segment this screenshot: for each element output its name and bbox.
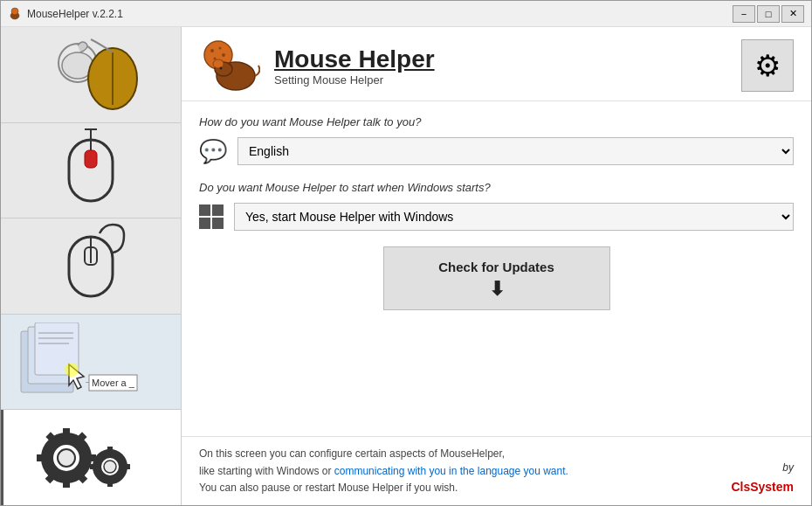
content-header: Mouse Helper Setting Mouse Helper ⚙: [182, 27, 811, 101]
title-text: MouseHelper v.2.2.1: [27, 8, 123, 20]
svg-point-44: [222, 53, 225, 57]
footer-text: On this screen you can configure certain…: [199, 446, 568, 496]
mouse-click-icon: [56, 123, 126, 218]
app-icon: [8, 7, 22, 21]
settings-icon: [36, 419, 149, 497]
app-subtitle: Setting Mouse Helper: [274, 73, 435, 87]
main-content: → Mover a _: [1, 27, 811, 505]
title-bar: MouseHelper v.2.2.1 − □ ✕: [1, 1, 811, 27]
svg-point-26: [58, 449, 75, 467]
title-bar-left: MouseHelper v.2.2.1: [8, 7, 123, 21]
svg-point-43: [219, 47, 222, 50]
footer-by: by: [782, 461, 794, 474]
download-icon: ⬇: [384, 278, 609, 301]
svg-point-42: [210, 49, 214, 52]
close-button[interactable]: ✕: [781, 5, 804, 23]
sidebar-item-mouse-scroll[interactable]: [1, 218, 181, 315]
startup-label: Do you want Mouse Helper to start when W…: [199, 181, 794, 194]
title-buttons: − □ ✕: [733, 5, 804, 23]
svg-rect-39: [122, 464, 130, 469]
app-window: MouseHelper v.2.2.1 − □ ✕: [0, 0, 812, 506]
footer-line2-pre: like starting with Windows or: [199, 465, 334, 477]
sidebar: → Mover a _: [1, 27, 182, 505]
svg-rect-40: [90, 464, 98, 469]
footer-brand: by ClsSystem: [731, 460, 794, 496]
sidebar-item-mouse-hand[interactable]: [1, 27, 181, 123]
app-title: Mouse Helper: [274, 45, 435, 73]
maximize-button[interactable]: □: [757, 5, 780, 23]
svg-point-1: [11, 8, 18, 15]
windows-icon: [199, 204, 224, 229]
footer-line3: You can also pause or restart Mouse Help…: [199, 482, 458, 494]
check-updates-button[interactable]: Check for Updates ⬇: [383, 246, 610, 310]
svg-point-21: [65, 363, 79, 377]
mouse-scroll-icon: [56, 218, 126, 314]
footer-cls: ClsSystem: [731, 480, 794, 494]
content-footer: On this screen you can configure certain…: [182, 436, 811, 505]
mouse-move-icon: → Mover a _: [12, 322, 169, 401]
speech-bubble-icon: 💬: [199, 138, 227, 165]
check-updates-label: Check for Updates: [438, 260, 554, 274]
svg-rect-28: [63, 477, 70, 488]
header-text: Mouse Helper Setting Mouse Helper: [274, 45, 435, 87]
svg-rect-37: [107, 447, 113, 454]
language-label: How do you want Mouse Helper talk to you…: [199, 115, 794, 128]
svg-point-36: [104, 461, 116, 473]
svg-rect-27: [63, 428, 70, 439]
language-row: 💬 English Spanish French German Portugue…: [199, 137, 794, 165]
startup-row: Yes, start Mouse Helper with Windows No,…: [199, 203, 794, 231]
sidebar-item-settings[interactable]: [1, 410, 181, 505]
svg-rect-38: [107, 479, 113, 487]
content-area: Mouse Helper Setting Mouse Helper ⚙ How …: [182, 27, 811, 505]
svg-text:Mover a _: Mover a _: [92, 378, 135, 388]
content-body: How do you want Mouse Helper talk to you…: [182, 101, 811, 436]
svg-rect-30: [37, 454, 47, 461]
settings-top-button[interactable]: ⚙: [741, 39, 794, 92]
mouse-hand-icon: [30, 35, 152, 114]
svg-rect-8: [85, 150, 97, 168]
footer-line1: On this screen you can configure certain…: [199, 447, 505, 460]
svg-point-50: [220, 67, 223, 70]
language-select[interactable]: English Spanish French German Portuguese: [237, 137, 794, 165]
sidebar-item-mouse-click[interactable]: [1, 123, 181, 219]
gear-icon-top: ⚙: [754, 48, 781, 83]
header-mouse-icon: [199, 39, 260, 92]
svg-point-45: [214, 58, 217, 60]
sidebar-item-mouse-move[interactable]: → Mover a _: [1, 315, 181, 411]
startup-select[interactable]: Yes, start Mouse Helper with Windows No,…: [234, 203, 794, 231]
footer-link[interactable]: communicating with you in the language y…: [334, 465, 568, 477]
svg-point-49: [213, 59, 224, 68]
minimize-button[interactable]: −: [733, 5, 755, 23]
